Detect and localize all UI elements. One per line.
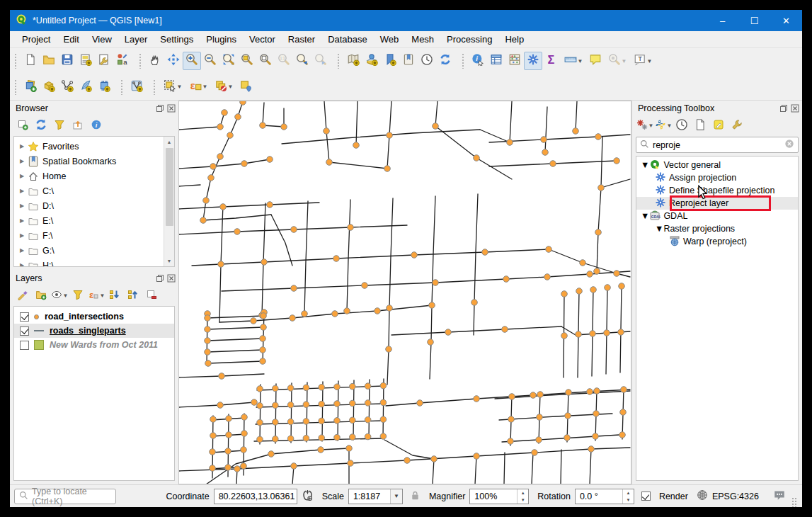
float-panel-icon[interactable] — [155, 103, 164, 113]
open-field-calculator-button[interactable] — [505, 52, 524, 70]
menu-settings[interactable]: Settings — [154, 32, 200, 47]
locator-search-input[interactable]: Type to locate (Ctrl+K) — [14, 489, 116, 504]
browser-scrollbar[interactable]: ▲ ▼ — [164, 137, 174, 266]
processing-options-button[interactable] — [728, 118, 745, 135]
spin-down-icon[interactable]: ▼ — [517, 496, 528, 504]
refresh-browser-button[interactable] — [33, 118, 50, 135]
menu-web[interactable]: Web — [374, 32, 406, 47]
processing-item-warp-reproject-[interactable]: Warp (reproject) — [636, 235, 798, 248]
show-layout-manager-button[interactable] — [95, 52, 113, 70]
remove-layer-button[interactable] — [143, 288, 160, 305]
toolbar-grip[interactable] — [462, 53, 465, 69]
browser-item-h-[interactable]: ▶H:\ — [14, 258, 174, 267]
spin-down-icon[interactable]: ▼ — [623, 496, 634, 504]
processing-item-raster-projections[interactable]: ▼Raster projections — [636, 222, 798, 235]
menu-plugins[interactable]: Plugins — [200, 32, 243, 47]
window-resize-grip[interactable] — [791, 497, 798, 507]
expander-icon[interactable]: ▶ — [17, 217, 27, 224]
open-project-button[interactable] — [40, 52, 58, 70]
new-print-layout-button[interactable] — [76, 52, 95, 70]
processing-scripts-button[interactable]: ▼ — [655, 118, 672, 135]
expander-icon[interactable]: ▶ — [17, 247, 27, 254]
toolbar-grip[interactable] — [14, 79, 18, 95]
toolbar-grip[interactable] — [14, 53, 18, 69]
close-panel-icon[interactable] — [790, 103, 799, 113]
processing-models-button[interactable]: ▼ — [636, 118, 653, 135]
expander-icon[interactable]: ▼ — [641, 160, 649, 170]
chevron-down-icon[interactable]: ▼ — [648, 123, 654, 129]
menu-database[interactable]: Database — [321, 32, 374, 47]
processing-item-vector-general[interactable]: ▼Vector general — [636, 159, 798, 171]
style-manager-button[interactable]: a — [113, 52, 132, 70]
processing-item-define-shapefile-projection[interactable]: Define Shapefile projection — [636, 184, 798, 197]
browser-item-d-[interactable]: ▶D:\ — [14, 198, 174, 213]
expand-all-layers-button[interactable] — [106, 288, 123, 305]
browser-item-spatial-bookmarks[interactable]: ▶Spatial Bookmarks — [14, 154, 174, 169]
layer-visibility-checkbox[interactable] — [20, 341, 29, 350]
chevron-down-icon[interactable]: ▼ — [100, 292, 105, 299]
measure-line-button[interactable]: ▼ — [561, 52, 586, 70]
crs-globe-icon[interactable] — [697, 489, 708, 503]
results-viewer-button[interactable] — [692, 118, 709, 135]
coordinate-extents-toggle-icon[interactable] — [302, 489, 314, 504]
close-button[interactable]: ✕ — [770, 10, 802, 31]
layer-item-road-intersections[interactable]: road_intersections — [14, 309, 174, 324]
minimize-button[interactable]: – — [707, 10, 738, 31]
zoom-out-button[interactable] — [201, 52, 219, 70]
temporal-controller-button[interactable] — [418, 52, 436, 70]
browser-item-c-[interactable]: ▶C:\ — [14, 183, 174, 198]
maximize-button[interactable]: ☐ — [738, 10, 770, 31]
chevron-down-icon[interactable]: ▼ — [667, 123, 673, 129]
open-layer-styling-button[interactable] — [14, 288, 31, 305]
toolbar-grip[interactable] — [337, 53, 341, 69]
chevron-down-icon[interactable]: ▼ — [622, 58, 627, 64]
new-spatialite-layer-button[interactable] — [76, 78, 95, 96]
browser-item-home[interactable]: ▶Home — [14, 169, 174, 183]
map-canvas[interactable] — [178, 101, 631, 484]
expander-icon[interactable]: ▶ — [17, 143, 27, 149]
chevron-down-icon[interactable]: ▼ — [177, 84, 183, 90]
render-checkbox[interactable] — [641, 492, 651, 501]
menu-processing[interactable]: Processing — [440, 32, 498, 47]
magnifier-spinbox[interactable]: 100% ▲▼ — [469, 489, 529, 504]
chevron-down-icon[interactable]: ▼ — [578, 58, 583, 64]
new-shapefile-layer-button[interactable] — [58, 78, 76, 96]
edit-features-in-place-button[interactable] — [710, 118, 727, 135]
menu-project[interactable]: Project — [16, 32, 57, 47]
filter-legend-button[interactable] — [69, 288, 86, 305]
chevron-down-icon[interactable]: ▼ — [202, 84, 208, 90]
close-panel-icon[interactable] — [166, 103, 176, 113]
chevron-down-icon[interactable]: ▼ — [647, 58, 653, 64]
processing-item-gdal[interactable]: ▼GDALGDAL — [636, 210, 798, 222]
menu-vector[interactable]: Vector — [243, 32, 282, 47]
identify-features-button[interactable]: i — [469, 52, 487, 70]
new-map-view-button[interactable] — [344, 52, 362, 70]
pan-to-selection-button[interactable] — [164, 52, 183, 70]
new-geopackage-layer-button[interactable] — [40, 78, 58, 96]
coordinate-input[interactable]: 80.22603,13.06361 — [214, 489, 297, 504]
deselect-all-button[interactable]: ▼ — [211, 78, 236, 96]
new-virtual-layer-button[interactable] — [127, 78, 146, 96]
menu-edit[interactable]: Edit — [57, 32, 85, 47]
browser-item-f-[interactable]: ▶F:\ — [14, 228, 174, 243]
filter-by-expression-button[interactable]: ε▼ — [88, 288, 105, 305]
new-project-button[interactable] — [21, 52, 40, 70]
menu-layer[interactable]: Layer — [118, 32, 154, 47]
zoom-to-selection-button[interactable] — [238, 52, 256, 70]
clear-search-icon[interactable] — [784, 139, 794, 152]
map-tips-button[interactable] — [586, 52, 605, 70]
browser-properties-button[interactable]: i — [88, 118, 105, 135]
new-spatial-bookmark-button[interactable] — [381, 52, 399, 70]
zoom-full-button[interactable] — [219, 52, 238, 70]
pan-map-button[interactable] — [146, 52, 164, 70]
processing-toolbox-toggle-button[interactable] — [524, 52, 542, 70]
text-annotation-button[interactable]: T▼ — [630, 52, 656, 70]
add-group-button[interactable] — [33, 288, 50, 305]
chevron-down-icon[interactable]: ▼ — [390, 489, 402, 504]
select-by-expression-button[interactable]: ε▼ — [185, 78, 211, 96]
collapse-all-browser-button[interactable] — [69, 118, 86, 135]
zoom-last-button[interactable] — [293, 52, 311, 70]
zoom-to-layer-button[interactable] — [256, 52, 275, 70]
menu-mesh[interactable]: Mesh — [405, 32, 440, 47]
new-3d-map-view-button[interactable] — [362, 52, 381, 70]
